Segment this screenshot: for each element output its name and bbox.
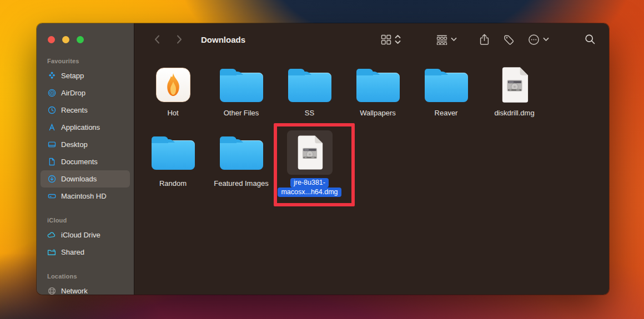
- file-row-1: Hot Other Files SS Wallpapers: [134, 65, 609, 117]
- cloud-icon: [47, 231, 56, 240]
- downloads-icon: [47, 175, 56, 184]
- more-actions-chevron-icon[interactable]: [543, 37, 549, 42]
- finder-window: Favourites Setapp Air: [37, 23, 609, 295]
- file-browser-content: Hot Other Files SS Wallpapers: [134, 55, 609, 295]
- minimize-button[interactable]: [62, 36, 69, 43]
- clock-icon: [47, 106, 56, 115]
- file-diskdrill-dmg[interactable]: diskdrill.dmg: [480, 65, 549, 117]
- sidebar-item-label: Setapp: [61, 72, 84, 80]
- folder-icon: [275, 65, 344, 104]
- sidebar-item-downloads[interactable]: Downloads: [41, 170, 130, 188]
- selected-disk-image-icon: [287, 130, 333, 175]
- sidebar-item-label: Macintosh HD: [61, 192, 107, 200]
- file-name: SS: [305, 109, 314, 117]
- folder-wallpapers[interactable]: Wallpapers: [344, 65, 412, 117]
- folder-icon: [344, 65, 412, 104]
- back-button[interactable]: [151, 33, 163, 45]
- selected-file-name: jre-8u381- macosx...h64.dmg: [278, 178, 341, 197]
- desktop-wallpaper: Favourites Setapp Air: [0, 0, 644, 319]
- sidebar-section-favourites: Favourites: [47, 58, 124, 64]
- sidebar-item-airdrop[interactable]: AirDrop: [41, 84, 130, 102]
- tags-button[interactable]: [503, 34, 515, 45]
- sidebar-item-label: AirDrop: [61, 89, 85, 97]
- icon-view-button[interactable]: [381, 34, 391, 45]
- airdrop-icon: [47, 89, 56, 98]
- selected-file-name-line1: jre-8u381-: [290, 178, 329, 188]
- sidebar-item-documents[interactable]: Documents: [41, 153, 130, 170]
- file-hot[interactable]: Hot: [139, 65, 207, 117]
- file-name: Random: [159, 179, 187, 188]
- folder-other-files[interactable]: Other Files: [207, 65, 275, 117]
- group-by-chevron-icon[interactable]: [451, 37, 457, 42]
- file-jre-dmg-selected[interactable]: jre-8u381- macosx...h64.dmg: [275, 130, 344, 197]
- sidebar-item-setapp[interactable]: Setapp: [41, 67, 130, 84]
- sidebar-item-macintosh-hd[interactable]: Macintosh HD: [41, 188, 130, 205]
- more-actions-button[interactable]: [528, 34, 540, 45]
- sidebar-section-icloud: iCloud: [47, 217, 124, 224]
- file-name: Hot: [167, 109, 178, 117]
- sidebar-item-icloud-drive[interactable]: iCloud Drive: [41, 226, 130, 244]
- applications-icon: [47, 123, 56, 132]
- sidebar-item-desktop[interactable]: Desktop: [41, 136, 130, 153]
- globe-icon: [47, 287, 56, 295]
- window-title: Downloads: [201, 35, 245, 44]
- file-name: Other Files: [224, 109, 259, 117]
- setapp-icon: [47, 72, 56, 80]
- sidebar-item-label: Downloads: [61, 175, 97, 183]
- folder-icon: [139, 130, 207, 175]
- sidebar-item-label: Network: [61, 287, 88, 295]
- folder-icon: [207, 130, 275, 175]
- desktop-icon: [47, 140, 56, 149]
- sidebar-item-label: Applications: [61, 123, 100, 131]
- sidebar-item-network[interactable]: Network: [41, 282, 130, 295]
- selected-file-name-line2: macosx...h64.dmg: [278, 188, 341, 197]
- sidebar-item-label: iCloud Drive: [61, 231, 100, 239]
- zoom-button[interactable]: [77, 36, 84, 43]
- share-button[interactable]: [479, 34, 490, 45]
- file-name: diskdrill.dmg: [494, 109, 534, 117]
- sidebar-item-label: Desktop: [61, 140, 88, 149]
- finder-sidebar: Favourites Setapp Air: [37, 23, 134, 295]
- folder-icon: [412, 65, 480, 104]
- toolbar: Downloads: [134, 23, 609, 55]
- file-row-2: Random Featured Images: [134, 130, 609, 197]
- finder-main-pane: Downloads: [134, 23, 609, 295]
- folder-featured-images[interactable]: Featured Images: [207, 130, 275, 197]
- forward-button[interactable]: [173, 33, 185, 45]
- shared-folder-icon: [47, 248, 56, 257]
- sidebar-item-applications[interactable]: Applications: [41, 119, 130, 136]
- file-name: Reaver: [435, 109, 458, 117]
- group-by-button[interactable]: [436, 34, 447, 45]
- folder-icon: [207, 65, 275, 104]
- close-button[interactable]: [48, 36, 55, 43]
- sidebar-item-label: Shared: [61, 248, 84, 256]
- sidebar-item-label: Documents: [61, 158, 98, 166]
- sidebar-item-recents[interactable]: Recents: [41, 102, 130, 119]
- folder-ss[interactable]: SS: [275, 65, 344, 117]
- folder-reaver[interactable]: Reaver: [412, 65, 480, 117]
- sidebar-item-shared[interactable]: Shared: [41, 244, 130, 261]
- search-button[interactable]: [585, 34, 596, 45]
- document-icon: [47, 158, 56, 166]
- file-name: Wallpapers: [360, 109, 396, 117]
- hard-drive-icon: [47, 192, 56, 201]
- traffic-lights: [37, 23, 134, 43]
- sidebar-item-label: Recents: [61, 106, 88, 114]
- sidebar-section-locations: Locations: [47, 273, 124, 280]
- hot-app-icon: [139, 65, 207, 104]
- disk-image-icon: [480, 65, 549, 104]
- file-name: Featured Images: [214, 179, 268, 188]
- view-chooser-chevrons-icon[interactable]: [395, 34, 401, 44]
- folder-random[interactable]: Random: [139, 130, 207, 197]
